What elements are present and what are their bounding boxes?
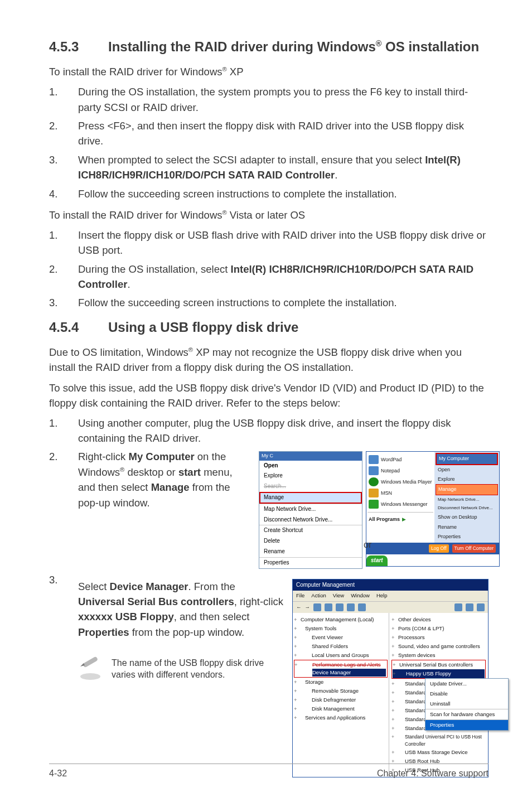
toolbar-icon[interactable] [454, 603, 462, 611]
tree-storage[interactable]: Storage [294, 678, 388, 687]
r-sound[interactable]: Sound, video and game controllers [391, 642, 486, 651]
t-bold: start [178, 466, 201, 478]
menu-map[interactable]: Map Network Drive... [259, 504, 362, 515]
toolbar-icon[interactable] [466, 603, 473, 611]
menu-rename[interactable]: Rename [259, 547, 362, 557]
s454-steps: 1.Using another computer, plug the USB f… [49, 416, 489, 778]
r-map[interactable]: Map Network Drive... [436, 495, 498, 504]
menu-explore[interactable]: Explore [259, 471, 362, 481]
ctx-properties[interactable]: Properties [425, 720, 508, 730]
step-text: Follow the succeeding screen instruction… [78, 186, 489, 201]
start-item-label: Windows Media Player [381, 479, 432, 486]
menu-search[interactable]: Search... [259, 481, 362, 492]
tree-removable[interactable]: Removable Storage [294, 687, 388, 695]
toolbar-icon[interactable] [477, 603, 485, 611]
start-button[interactable]: start [366, 555, 388, 566]
chapter-label: Chapter 4: Software support [377, 769, 489, 779]
start-item[interactable]: Windows Messenger [367, 499, 433, 510]
start-item[interactable]: WordPad [367, 454, 433, 465]
mgmt-titlebar: Computer Management [293, 579, 488, 591]
section-453-heading: 4.5.3Installing the RAID driver during W… [49, 38, 489, 56]
start-all-programs[interactable]: All Programs ▶ [367, 515, 433, 524]
r-usb-controllers[interactable]: Universal Serial Bus controllers [393, 660, 485, 669]
step-num: 1. [49, 228, 78, 258]
turnoff-button[interactable]: Turn Off Computer [452, 544, 496, 553]
menu-action[interactable]: Action [311, 592, 326, 600]
menu-window[interactable]: Window [351, 592, 370, 600]
steps-xp: 1.During the OS installation, the system… [49, 84, 489, 201]
menu-open[interactable]: Open [259, 461, 362, 471]
step-text: During the OS installation, select Intel… [78, 262, 489, 292]
start-item-label: WordPad [381, 456, 402, 463]
mycomputer-icon: My C [259, 452, 362, 460]
ctx-uninstall[interactable]: Uninstall [425, 699, 508, 709]
messenger-icon [369, 500, 379, 509]
tree-perf[interactable]: Performance Logs and Alerts [312, 661, 386, 669]
step-text-c: . [127, 278, 130, 290]
back-icon[interactable]: ← [296, 603, 302, 611]
t-bold: My Computer [128, 451, 194, 462]
r-disc[interactable]: Disconnect Network Drive... [436, 504, 498, 513]
tree-services[interactable]: Services and Applications [294, 713, 388, 722]
toolbar-icon[interactable] [358, 603, 366, 611]
menu-help[interactable]: Help [376, 592, 388, 600]
fwd-icon[interactable]: → [305, 603, 311, 611]
t: , right-click [234, 596, 283, 607]
step-num: 3. [49, 295, 78, 310]
r-explore[interactable]: Explore [436, 475, 498, 484]
menu-shortcut[interactable]: Create Shortcut [259, 525, 362, 536]
lead-xp: To install the RAID driver for Windows® … [49, 65, 489, 80]
menu-file[interactable]: File [296, 592, 304, 600]
lead-vista-a: To install the RAID driver for Windows [49, 209, 223, 221]
r-ports[interactable]: Ports (COM & LPT) [391, 624, 486, 633]
menu-view[interactable]: View [333, 592, 344, 600]
start-item[interactable]: MSN [367, 487, 433, 499]
lead-vista: To install the RAID driver for Windows® … [49, 208, 489, 223]
r-show[interactable]: Show on Desktop [436, 513, 498, 522]
tree-systools[interactable]: System Tools [294, 624, 388, 633]
or-label: or [364, 538, 371, 552]
tree-root[interactable]: Computer Management (Local) [294, 615, 388, 624]
tree-eventviewer[interactable]: Event Viewer [294, 633, 388, 642]
r-pci[interactable]: Standard Universal PCI to USB Host Contr… [391, 733, 486, 748]
step2-text: Right-click My Computer on the Windows® … [78, 449, 251, 510]
ctx-scan[interactable]: Scan for hardware changes [425, 709, 508, 719]
r-open[interactable]: Open [436, 465, 498, 475]
toolbar-icon[interactable] [313, 603, 321, 611]
menu-disconnect[interactable]: Disconnect Network Drive... [259, 515, 362, 525]
tree-device-manager[interactable]: Device Manager [312, 669, 386, 677]
menu-delete[interactable]: Delete [259, 536, 362, 547]
toolbar-icon[interactable] [347, 603, 355, 611]
step-num: 2. [49, 449, 78, 568]
menu-manage[interactable]: Manage [259, 492, 362, 504]
r-proc[interactable]: Processors [391, 633, 486, 642]
mgmt-menubar: File Action View Window Help [293, 591, 488, 601]
r-usb-floppy[interactable]: Happy USB Floppy [393, 669, 485, 678]
start-item[interactable]: Windows Media Player [367, 476, 433, 487]
toolbar-icon[interactable] [336, 603, 344, 611]
context-menu-window: My C Open Explore Search... Manage Map N… [259, 451, 362, 568]
tree-users[interactable]: Local Users and Groups [294, 651, 388, 660]
r-manage[interactable]: Manage [436, 484, 498, 495]
r-mass[interactable]: USB Mass Storage Device [391, 748, 486, 757]
menu-properties[interactable]: Properties [259, 558, 362, 568]
ctx-disable[interactable]: Disable [425, 689, 508, 699]
r-sys[interactable]: System devices [391, 651, 486, 660]
section-454-title: Using a USB floppy disk drive [108, 320, 298, 335]
toolbar-icon[interactable] [325, 603, 332, 611]
start-item-label: MSN [381, 490, 392, 497]
t-bold: Properties [78, 626, 129, 638]
section-454-num: 4.5.4 [49, 318, 108, 336]
r-other[interactable]: Other devices [391, 615, 486, 624]
start-item[interactable]: Notepad [367, 465, 433, 476]
ctx-update[interactable]: Update Driver... [425, 679, 508, 689]
tree-diskmgmt[interactable]: Disk Management [294, 704, 388, 713]
logoff-button[interactable]: Log Off [429, 544, 449, 553]
tree-defrag[interactable]: Disk Defragmenter [294, 695, 388, 704]
r-properties[interactable]: Properties [436, 532, 498, 542]
tree-shared[interactable]: Shared Folders [294, 642, 388, 651]
r-rename[interactable]: Rename [436, 523, 498, 532]
t-bold: xxxxxx USB Floppy [78, 611, 174, 622]
start-mycomputer[interactable]: My Computer [436, 453, 498, 465]
computer-management-window: Computer Management File Action View Win… [292, 579, 489, 778]
